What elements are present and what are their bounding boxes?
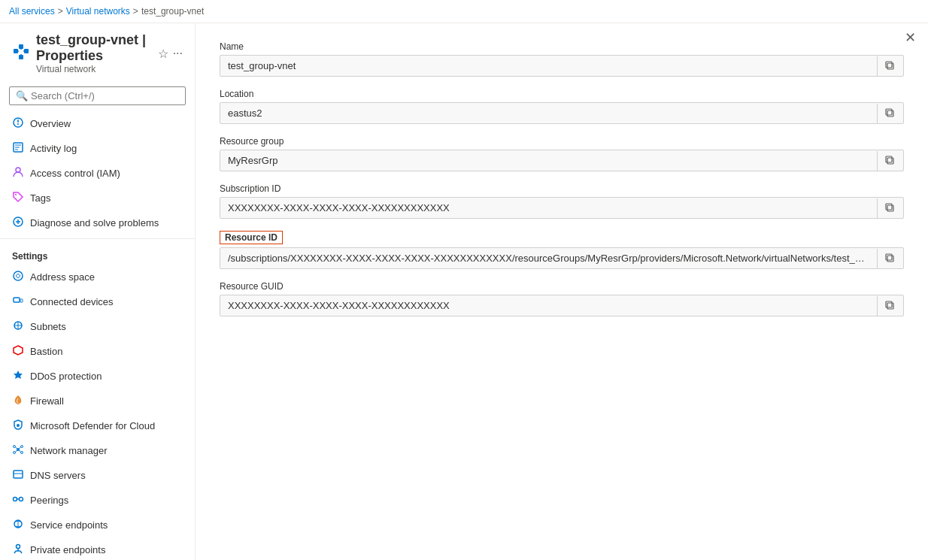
field-value-resource-guid: XXXXXXXX-XXXX-XXXX-XXXX-XXXXXXXXXXXX <box>220 295 877 316</box>
svg-rect-63 <box>887 303 893 309</box>
svg-rect-36 <box>14 471 23 478</box>
field-label-resource-id: Resource ID <box>220 231 283 244</box>
field-group-location: Locationeastus2 <box>220 89 904 124</box>
dns-icon <box>12 468 24 483</box>
svg-line-34 <box>16 450 17 453</box>
devices-icon <box>12 295 24 309</box>
svg-rect-57 <box>887 158 893 164</box>
svg-rect-64 <box>886 301 892 307</box>
bastion-icon <box>12 344 24 359</box>
copy-button-location[interactable] <box>877 104 903 123</box>
field-label-subscription-id: Subscription ID <box>220 183 904 194</box>
field-value-resource-id: /subscriptions/XXXXXXXX-XXXX-XXXX-XXXX-X… <box>220 248 877 268</box>
svg-rect-22 <box>20 299 23 302</box>
svg-point-31 <box>21 452 23 454</box>
svg-point-28 <box>14 446 16 448</box>
copy-button-name[interactable] <box>877 56 903 76</box>
copy-button-resource-guid[interactable] <box>877 296 903 316</box>
sidebar-item-label: DNS servers <box>30 470 86 481</box>
sidebar-item-tags[interactable]: Tags <box>0 186 195 210</box>
close-button[interactable]: ✕ <box>905 29 916 46</box>
settings-section-label: Settings <box>0 242 195 265</box>
svg-point-16 <box>15 194 17 195</box>
sidebar-item-label: Tags <box>30 192 50 204</box>
favorite-button[interactable]: ☆ <box>158 47 168 61</box>
svg-point-43 <box>17 545 20 549</box>
svg-rect-60 <box>886 204 892 210</box>
sidebar-item-service-endpoints[interactable]: Service endpoints <box>0 513 195 537</box>
sidebar-item-overview[interactable]: Overview <box>0 111 195 136</box>
sidebar-item-iam[interactable]: Access control (IAM) <box>0 161 195 186</box>
sidebar-item-defender[interactable]: Microsoft Defender for Cloud <box>0 413 195 438</box>
svg-rect-1 <box>19 44 23 49</box>
sidebar: test_group-vnet | Properties Virtual net… <box>0 23 196 560</box>
field-group-resource-group: Resource groupMyResrGrp <box>220 136 904 171</box>
sidebar-header: test_group-vnet | Properties Virtual net… <box>0 23 195 80</box>
sidebar-item-address-space[interactable]: Address space <box>0 265 195 289</box>
page-title: test_group-vnet | Properties <box>36 32 149 64</box>
sidebar-item-firewall[interactable]: Firewall <box>0 389 195 413</box>
sidebar-item-label: Network manager <box>30 445 108 456</box>
activity-icon <box>12 141 24 156</box>
field-value-row-location: eastus2 <box>220 102 904 124</box>
sidebar-item-label: Firewall <box>30 395 64 407</box>
service-icon <box>12 518 24 532</box>
svg-rect-61 <box>887 256 893 262</box>
sidebar-item-activity-log[interactable]: Activity log <box>0 136 195 161</box>
sidebar-item-label: Private endpoints <box>30 544 105 555</box>
svg-rect-59 <box>887 205 893 211</box>
diagnose-icon <box>12 216 24 230</box>
search-input[interactable] <box>31 90 179 101</box>
svg-line-33 <box>20 447 21 450</box>
copy-button-subscription-id[interactable] <box>877 198 903 218</box>
svg-rect-56 <box>886 109 892 115</box>
field-group-resource-id: Resource ID/subscriptions/XXXXXXXX-XXXX-… <box>220 231 904 269</box>
sidebar-item-network-manager[interactable]: Network manager <box>0 438 195 463</box>
nav-divider <box>0 238 195 239</box>
copy-button-resource-group[interactable] <box>877 151 903 171</box>
sidebar-item-dns[interactable]: DNS servers <box>0 463 195 488</box>
svg-point-29 <box>21 446 23 448</box>
svg-rect-55 <box>887 110 893 117</box>
search-icon: 🔍 <box>16 90 28 101</box>
sidebar-item-label: Service endpoints <box>30 519 108 531</box>
breadcrumb-all-services[interactable]: All services <box>9 6 55 17</box>
sidebar-nav: Overview Activity log Access control (IA… <box>0 111 195 560</box>
copy-button-resource-id[interactable] <box>877 249 903 268</box>
field-value-resource-group: MyResrGrp <box>220 150 877 171</box>
field-label-resource-group: Resource group <box>220 136 904 147</box>
field-label-resource-guid: Resource GUID <box>220 281 904 292</box>
field-value-row-resource-id: /subscriptions/XXXXXXXX-XXXX-XXXX-XXXX-X… <box>220 247 904 269</box>
breadcrumb: All services > Virtual networks > test_g… <box>0 0 928 23</box>
svg-point-39 <box>20 498 23 501</box>
sidebar-item-private-endpoints[interactable]: Private endpoints <box>0 537 195 560</box>
breadcrumb-virtual-networks[interactable]: Virtual networks <box>66 6 130 17</box>
field-group-subscription-id: Subscription IDXXXXXXXX-XXXX-XXXX-XXXX-X… <box>220 183 904 219</box>
field-value-row-name: test_group-vnet <box>220 55 904 77</box>
sidebar-item-peerings[interactable]: Peerings <box>0 488 195 513</box>
sidebar-item-label: Microsoft Defender for Cloud <box>30 420 155 431</box>
sidebar-item-diagnose[interactable]: Diagnose and solve problems <box>0 210 195 235</box>
svg-line-35 <box>20 450 21 453</box>
sidebar-item-label: Address space <box>30 271 95 283</box>
sidebar-item-subnets[interactable]: Subnets <box>0 314 195 339</box>
defender-icon <box>12 419 24 433</box>
svg-point-26 <box>17 424 20 427</box>
properties-form: Nametest_group-vnetLocationeastus2Resour… <box>220 41 904 316</box>
breadcrumb-current: test_group-vnet <box>141 6 204 17</box>
ddos-icon <box>12 369 24 383</box>
field-value-name: test_group-vnet <box>220 56 877 76</box>
sidebar-item-bastion[interactable]: Bastion <box>0 339 195 364</box>
firewall-icon <box>12 394 24 408</box>
iam-icon <box>12 166 24 180</box>
sidebar-item-connected-devices[interactable]: Connected devices <box>0 289 195 314</box>
more-button[interactable]: ··· <box>173 47 183 60</box>
svg-line-32 <box>16 447 17 450</box>
field-value-subscription-id: XXXXXXXX-XXXX-XXXX-XXXX-XXXXXXXXXXXX <box>220 198 877 218</box>
svg-point-20 <box>14 271 23 280</box>
search-box[interactable]: 🔍 <box>9 86 186 105</box>
sidebar-item-ddos[interactable]: DDoS protection <box>0 364 195 389</box>
sidebar-item-label: Diagnose and solve problems <box>30 217 159 229</box>
tags-icon <box>12 191 24 205</box>
field-value-location: eastus2 <box>220 103 877 123</box>
